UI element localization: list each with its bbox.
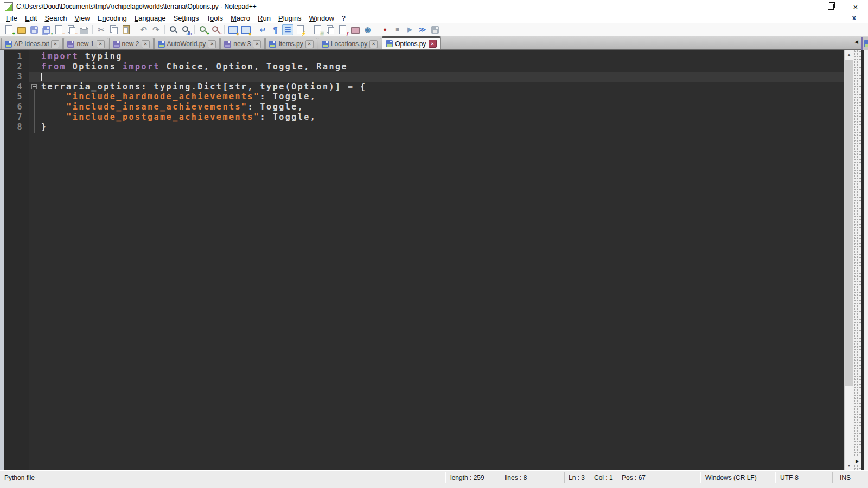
code-line-2[interactable]: 2from Options import Choice, Option, Tog… (4, 62, 844, 72)
save-file-icon[interactable] (28, 24, 40, 35)
code-line-5[interactable]: 5 "include_hardmode_achievements": Toggl… (4, 92, 844, 102)
undo-icon[interactable]: ↶ (138, 24, 149, 35)
menu-search[interactable]: Search (41, 14, 71, 23)
document-map-icon[interactable]: ▒ (312, 24, 323, 35)
tab-items-py[interactable]: Items.py× (265, 38, 317, 49)
tab-label: Options.py (395, 40, 426, 48)
unsaved-file-icon (224, 41, 231, 48)
paste-icon[interactable] (120, 24, 132, 35)
tab-close-icon[interactable]: × (253, 40, 261, 48)
cut-icon[interactable]: ✂ (95, 24, 107, 35)
tab-close-icon[interactable]: × (369, 40, 378, 48)
redo-icon[interactable]: ↷ (150, 24, 162, 35)
document-switcher-icon[interactable] (324, 24, 336, 35)
menu-tools[interactable]: Tools (203, 14, 227, 23)
menu-edit[interactable]: Edit (21, 14, 41, 23)
document-close-icon[interactable]: x (852, 14, 856, 22)
tab-locations-py[interactable]: Locations.py× (318, 38, 381, 49)
file-saved-icon (322, 41, 329, 48)
file-saved-icon (269, 41, 276, 48)
tab-close-icon[interactable]: × (51, 40, 59, 48)
tab-new-3[interactable]: new 3× (220, 38, 265, 49)
replace-icon[interactable]: ab (180, 24, 192, 35)
menu-language[interactable]: Language (131, 14, 170, 23)
tab-close-icon[interactable]: × (429, 40, 437, 48)
status-doc-type: Python file (4, 474, 35, 481)
menu-macro[interactable]: Macro (227, 14, 254, 23)
code-line-6[interactable]: 6 "include_insane_achievements": Toggle, (4, 102, 844, 112)
code-area[interactable]: 1import typing2from Options import Choic… (4, 50, 844, 470)
define-language-icon[interactable]: ⚡ (295, 24, 306, 35)
close-all-icon[interactable]: − (66, 24, 77, 35)
save-all-icon[interactable]: ▪ (41, 24, 52, 35)
word-wrap-icon[interactable]: ↵ (257, 24, 269, 35)
tab-close-icon[interactable]: × (142, 40, 150, 48)
second-view-scrollbar[interactable] (864, 50, 868, 470)
second-view-tab-sliver[interactable] (861, 37, 868, 50)
scroll-down-icon[interactable]: ▼ (845, 461, 853, 470)
zoom-out-icon[interactable]: − (210, 24, 221, 35)
sync-vertical-scroll-icon[interactable]: ∎ (227, 24, 239, 35)
show-indent-guide-icon[interactable]: ☰ (282, 24, 293, 35)
tab-bar: AP Ideas.txt×new 1×new 2×AutoWorld.py×ne… (0, 36, 868, 50)
scrollbar-thumb[interactable] (845, 60, 853, 386)
notepadpp-window: C:\Users\Dood\Documents\tmp\Archipelago\… (0, 0, 868, 488)
code-line-8[interactable]: 8} (4, 122, 844, 132)
restore-button[interactable] (818, 0, 843, 13)
tab-options-py[interactable]: Options.py× (382, 36, 440, 49)
menu-window[interactable]: Window (305, 14, 338, 23)
menu-view[interactable]: View (71, 14, 94, 23)
print-icon[interactable] (78, 24, 90, 35)
minimize-button[interactable] (793, 0, 818, 13)
tab-ap-ideas-txt[interactable]: AP Ideas.txt× (1, 38, 63, 49)
menu-help[interactable]: ? (338, 14, 349, 23)
tab-scroll-left-icon[interactable]: ◀ (854, 39, 858, 44)
tab-autoworld-py[interactable]: AutoWorld.py× (154, 38, 220, 49)
scroll-up-icon[interactable]: ▲ (845, 50, 853, 59)
copy-icon[interactable] (108, 24, 119, 35)
playback-macro-icon[interactable]: ▶ (404, 24, 416, 35)
file-saved-icon (5, 41, 12, 48)
code-line-3[interactable]: 3 (4, 72, 844, 82)
vertical-scrollbar[interactable]: ▲ ▼ (844, 50, 853, 470)
tab-close-icon[interactable]: × (305, 40, 314, 48)
menu-file[interactable]: File (2, 14, 21, 23)
close-file-icon[interactable]: − (53, 24, 65, 35)
code-line-4[interactable]: 4terraria_options: typing.Dict[str, type… (4, 82, 844, 92)
menu-settings[interactable]: Settings (170, 14, 203, 23)
menu-run[interactable]: Run (254, 14, 275, 23)
tab-close-icon[interactable]: × (208, 40, 216, 48)
show-all-characters-icon[interactable]: ¶ (270, 24, 281, 35)
save-recorded-macro-icon[interactable] (429, 24, 441, 35)
tab-scroll-right-icon[interactable]: ▶ (853, 457, 861, 465)
close-button[interactable]: × (843, 0, 868, 13)
code-line-7[interactable]: 7 "include_postgame_achievements": Toggl… (4, 112, 844, 123)
folder-as-workspace-icon[interactable] (349, 24, 361, 35)
code-line-1[interactable]: 1import typing (4, 52, 844, 62)
monitoring-eye-icon[interactable]: ◉ (362, 24, 373, 35)
pane-splitter[interactable] (853, 50, 861, 470)
menu-encoding[interactable]: Encoding (94, 14, 131, 23)
find-icon[interactable] (168, 24, 179, 35)
line-number: 7 (4, 112, 29, 123)
function-list-icon[interactable]: ƒ (337, 24, 348, 35)
status-encoding[interactable]: UTF-8 (780, 474, 799, 481)
status-eol-format[interactable]: Windows (CR LF) (705, 474, 757, 481)
stop-recording-macro-icon[interactable]: ■ (392, 24, 403, 35)
new-file-icon[interactable]: + (3, 24, 15, 35)
open-file-icon[interactable] (16, 24, 27, 35)
tab-close-icon[interactable]: × (97, 40, 105, 48)
zoom-in-icon[interactable]: + (197, 24, 209, 35)
status-insert-mode[interactable]: INS (840, 474, 851, 481)
start-recording-macro-icon[interactable]: ● (379, 24, 391, 35)
sync-horizontal-scroll-icon[interactable]: ∎ (240, 24, 251, 35)
tab-new-2[interactable]: new 2× (109, 38, 154, 49)
tab-new-1[interactable]: new 1× (63, 38, 108, 49)
code-text (37, 72, 41, 82)
unsaved-file-icon (67, 41, 74, 48)
fold-collapse-icon[interactable] (31, 84, 37, 89)
run-macro-multiple-times-icon[interactable]: ≫ (417, 24, 428, 35)
status-column: Col : 1 (594, 474, 613, 481)
menu-plugins[interactable]: Plugins (275, 14, 305, 23)
notepadpp-icon[interactable] (4, 2, 13, 11)
